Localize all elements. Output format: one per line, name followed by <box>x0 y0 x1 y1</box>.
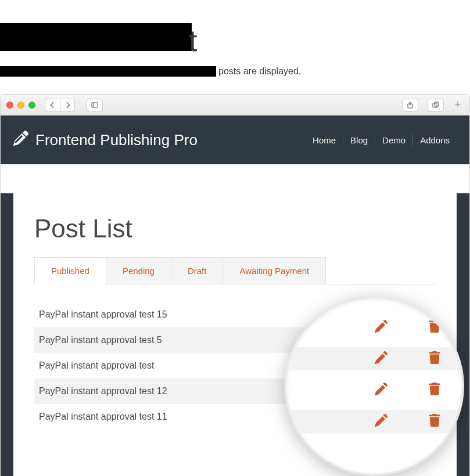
page-background: Post List Published Pending Draft Awaiti… <box>1 193 469 476</box>
heading-tail: t <box>189 23 197 58</box>
subtitle-tail: posts are displayed. <box>218 66 301 77</box>
tabs-button[interactable] <box>428 99 444 111</box>
post-row: PayPal instant approval test 11 <box>34 404 436 430</box>
link-icon[interactable] <box>339 334 349 344</box>
brand-label: Frontend Publishing Pro <box>35 131 198 149</box>
trash-icon[interactable] <box>409 385 418 395</box>
post-row: PayPal instant approval test 12 <box>34 378 436 404</box>
trash-icon[interactable] <box>409 309 418 318</box>
window-zoom-dot[interactable] <box>28 102 35 109</box>
site-header: Frontend Publishing Pro Home Blog Demo A… <box>1 116 469 164</box>
tabs: Published Pending Draft Awaiting Payment <box>34 257 436 284</box>
pencil-icon[interactable] <box>374 411 383 420</box>
pencil-icon[interactable] <box>374 385 383 395</box>
post-title: PayPal instant approval test 15 <box>39 309 327 320</box>
post-title: PayPal instant approval test 5 <box>39 335 327 345</box>
pencil-icon[interactable] <box>374 309 383 318</box>
link-icon[interactable] <box>339 411 349 420</box>
post-row: PayPal instant approval test 15 <box>34 302 436 327</box>
new-tab-button[interactable]: + <box>452 99 464 111</box>
post-title: PayPal instant approval test 11 <box>39 412 327 422</box>
redacted-bar <box>0 66 216 77</box>
sidebar-toggle-button[interactable] <box>87 99 103 111</box>
redacted-heading: t posts are displayed. <box>0 0 470 94</box>
post-row: PayPal instant approval test 5 <box>34 327 436 353</box>
nav-blog[interactable]: Blog <box>343 134 375 146</box>
post-row: PayPal instant approval test <box>34 353 436 378</box>
pencil-icon[interactable] <box>374 334 383 344</box>
post-title: PayPal instant approval test <box>39 360 327 371</box>
nav-home[interactable]: Home <box>306 134 343 146</box>
trash-icon[interactable] <box>409 411 418 420</box>
page-title: Post List <box>34 214 436 243</box>
share-button[interactable] <box>402 99 418 111</box>
tab-draft[interactable]: Draft <box>171 257 224 284</box>
site-brand[interactable]: Frontend Publishing Pro <box>13 131 198 150</box>
post-title: PayPal instant approval test 12 <box>39 386 327 396</box>
content-card: Post List Published Pending Draft Awaiti… <box>13 193 457 476</box>
trash-icon[interactable] <box>409 360 418 369</box>
back-button[interactable] <box>45 99 60 111</box>
svg-rect-0 <box>92 103 98 107</box>
post-table: PayPal instant approval test 15 PayPal i… <box>34 302 436 430</box>
pencil-icon[interactable] <box>374 360 383 369</box>
forward-button[interactable] <box>60 99 75 111</box>
window-close-dot[interactable] <box>6 102 13 109</box>
tab-awaiting-payment[interactable]: Awaiting Payment <box>223 257 326 284</box>
link-icon[interactable] <box>339 385 349 395</box>
primary-nav: Home Blog Demo Addons <box>306 134 457 146</box>
trash-icon[interactable] <box>409 334 418 344</box>
redacted-bar <box>0 23 192 51</box>
nav-addons[interactable]: Addons <box>413 134 457 146</box>
nav-demo[interactable]: Demo <box>375 134 413 146</box>
tab-pending[interactable]: Pending <box>106 257 171 284</box>
tab-published[interactable]: Published <box>34 257 106 284</box>
pen-nib-icon <box>13 131 28 150</box>
browser-window: + Frontend Publishing Pro Home Blog Demo… <box>0 94 470 476</box>
window-minimize-dot[interactable] <box>17 102 24 109</box>
browser-chrome: + <box>1 95 469 116</box>
